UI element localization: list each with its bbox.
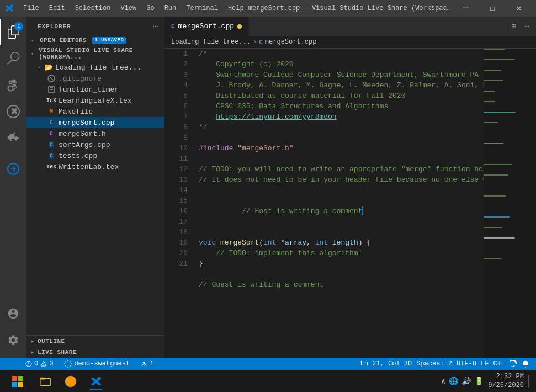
activity-source-control[interactable] <box>0 72 26 98</box>
activity-explorer[interactable]: 1 <box>0 19 26 45</box>
status-bar: 0 0 demo-swatguest 1 Ln 21, Col 30 Space… <box>0 358 536 370</box>
folder-icon: 📂 <box>44 63 53 72</box>
file-tests-cpp[interactable]: C tests.cpp <box>26 150 164 161</box>
status-remote[interactable] <box>4 358 17 370</box>
taskbar-vscode[interactable] <box>84 372 108 391</box>
code-line-13: // It does not need to be in your header… <box>199 174 484 185</box>
tab-mergesort-cpp[interactable]: C mergeSort.cpp <box>164 17 249 36</box>
code-line-10: #include "mergeSort.h" <box>199 143 484 153</box>
breadcrumb-folder[interactable]: Loading file tree... <box>171 38 251 46</box>
cpp-icon: C <box>49 120 54 126</box>
taskbar-show-desktop[interactable] <box>528 375 532 388</box>
taskbar-network-icon[interactable]: 🌐 <box>449 377 458 386</box>
status-persons[interactable]: 1 <box>139 358 156 370</box>
file-learning-latex[interactable]: TeX LearningLaTeX.tex <box>26 95 164 106</box>
file-sortargs-cpp[interactable]: C sortArgs.cpp <box>26 139 164 150</box>
minimize-button[interactable]: ─ <box>453 0 479 17</box>
menu-selection[interactable]: Selection <box>71 3 115 14</box>
firefox-icon <box>65 375 77 388</box>
menu-run[interactable]: Run <box>160 3 181 14</box>
open-editors-section[interactable]: ▾ Open Editors 1 Unsaved <box>26 35 164 45</box>
taskbar-file-explorer[interactable] <box>33 372 57 391</box>
status-notifications[interactable] <box>519 358 532 370</box>
file-makefile[interactable]: M Makefile <box>26 106 164 117</box>
activity-search[interactable] <box>0 45 26 72</box>
breadcrumb-file[interactable]: mergeSort.cpp <box>265 38 317 46</box>
status-live-share[interactable]: demo-swatguest <box>62 358 132 370</box>
status-indentation[interactable]: Spaces: 2 <box>414 358 454 370</box>
cpp-icon-3: C <box>49 153 54 159</box>
status-encoding[interactable]: UTF-8 <box>454 358 479 370</box>
menu-file[interactable]: File <box>19 3 44 14</box>
code-line-11 <box>199 153 484 164</box>
windows-start-button[interactable] <box>4 373 31 390</box>
taskbar-battery-icon[interactable]: 🔋 <box>474 377 484 386</box>
file-function-timer[interactable]: function_timer <box>26 84 164 95</box>
code-area[interactable]: /* Copyright (c) 2020 Swarthmore College… <box>192 49 484 358</box>
maximize-button[interactable]: ☐ <box>480 0 505 17</box>
loading-folder[interactable]: ▾ 📂 Loading file tree... <box>26 62 164 73</box>
code-line-8: */ <box>199 122 484 133</box>
taskbar-firefox[interactable] <box>59 372 83 391</box>
taskbar-apps <box>33 372 108 391</box>
svg-line-2 <box>50 77 53 80</box>
vscode-taskbar-icon <box>90 375 102 388</box>
svg-point-11 <box>65 361 71 367</box>
live-share-section[interactable]: ▶ Live Share <box>26 347 164 358</box>
file-mergesort-cpp[interactable]: C mergeSort.cpp <box>26 117 164 128</box>
line-num-7: 7 <box>164 112 188 122</box>
status-errors[interactable]: 0 0 <box>23 358 55 370</box>
status-language[interactable]: C++ <box>491 358 507 370</box>
file-gitignore[interactable]: .gitignore <box>26 73 164 84</box>
taskbar-speaker-icon[interactable]: 🔊 <box>461 377 471 386</box>
editor-content[interactable]: 1 2 3 4 5 6 7 8 9 10 11 12 13 14 15 16 1… <box>164 49 536 358</box>
line-num-9: 9 <box>164 133 188 143</box>
status-line-ending[interactable]: LF <box>479 358 491 370</box>
folder-name: Loading file tree... <box>55 63 141 72</box>
title-bar: File Edit Selection View Go Run Terminal… <box>0 0 536 17</box>
menu-bar: File Edit Selection View Go Run Terminal… <box>19 3 248 14</box>
activity-settings[interactable] <box>0 327 26 353</box>
status-position[interactable]: Ln 21, Col 30 <box>358 358 415 370</box>
activity-live-share[interactable] <box>0 156 26 182</box>
taskbar-clock[interactable]: 2:32 PM 9/26/2020 <box>488 373 524 390</box>
menu-help[interactable]: Help <box>224 3 248 14</box>
code-line-15: // Host is writing a comment <box>199 195 484 227</box>
line-num-4: 4 <box>164 80 188 91</box>
activity-bar: 1 <box>0 17 26 358</box>
activity-extensions[interactable] <box>0 125 26 151</box>
more-actions-button[interactable]: ⋯ <box>523 20 532 32</box>
bell-icon <box>522 360 529 368</box>
activity-run[interactable] <box>0 98 26 125</box>
live-share-chevron: ▶ <box>31 349 38 356</box>
line-num-1: 1 <box>164 49 188 59</box>
status-sync[interactable] <box>507 358 519 370</box>
workspace-section[interactable]: ▾ Visual Studio Live Share (Workspa... <box>26 45 164 62</box>
outline-section[interactable]: ▶ Outline <box>26 336 164 347</box>
tex-icon-2: TeX <box>46 162 56 171</box>
taskbar-up-arrow[interactable]: ∧ <box>441 377 445 386</box>
tex-icon: TeX <box>46 96 56 105</box>
line-num-13: 13 <box>164 174 188 185</box>
line-num-2: 2 <box>164 59 188 70</box>
split-editor-button[interactable]: ⊞ <box>509 20 518 32</box>
minimap <box>484 49 528 269</box>
file-mergesort-cpp-name: mergeSort.cpp <box>59 119 114 127</box>
menu-view[interactable]: View <box>116 3 141 14</box>
menu-terminal[interactable]: Terminal <box>182 3 222 14</box>
menu-go[interactable]: Go <box>142 3 158 14</box>
tab-lang-icon: C <box>171 23 175 30</box>
activity-accounts[interactable] <box>0 300 26 327</box>
svg-point-12 <box>143 362 145 364</box>
code-line-4: J. Brody, A. Danner, M. Gagne, L. Meeden… <box>199 80 484 91</box>
svg-rect-13 <box>12 376 17 381</box>
file-writtenlab-tex[interactable]: TeX WrittenLab.tex <box>26 161 164 172</box>
tab-bar-controls: ⊞ ⋯ <box>509 20 536 32</box>
windows-logo-icon <box>12 376 23 387</box>
close-button[interactable]: ✕ <box>506 0 532 17</box>
h-icon: C <box>49 131 54 137</box>
cpp-icon-2: C <box>49 142 54 148</box>
file-mergesort-h[interactable]: C mergeSort.h <box>26 128 164 139</box>
sidebar-more-button[interactable]: ⋯ <box>152 21 158 32</box>
menu-edit[interactable]: Edit <box>45 3 70 14</box>
